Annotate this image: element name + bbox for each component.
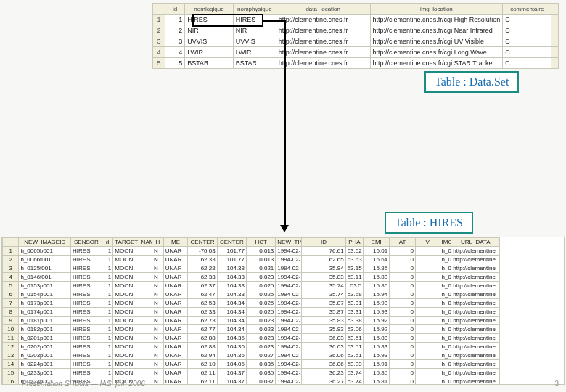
cell: 0 (390, 377, 416, 385)
cell: h_0174p001 (19, 308, 71, 317)
cell: 15.91 (364, 360, 390, 369)
cell: 15.85 (364, 369, 390, 377)
cell: 0 (390, 308, 416, 317)
cell: 104.36 (217, 334, 246, 343)
cell: N (152, 377, 164, 385)
cell: 53.83 (345, 360, 364, 369)
cell: 1 (102, 317, 113, 325)
cell (415, 343, 440, 351)
cell: h_0145p001 (440, 264, 451, 273)
end-cell (551, 47, 559, 58)
cell: 0.025 (247, 299, 276, 308)
cell: h_0173p001 (440, 299, 451, 308)
cell: 35.84 (302, 264, 345, 273)
hires-table-wrap: NEW_IMAGEIDSENSORdTARGET_NAMHMECENTERCEN… (1, 237, 565, 385)
cell (415, 369, 440, 377)
cell: 104.33 (217, 273, 246, 282)
end-cell (551, 25, 559, 36)
hires-col-14: AT (390, 238, 416, 247)
img-location-cell: http://clementine.cnes.fr/cgi Long Wave (370, 47, 503, 58)
cell: 0.025 (247, 290, 276, 299)
cell: 15.93 (364, 299, 390, 308)
cell: 15.81 (364, 377, 390, 385)
cell: 1994-02-19 (276, 247, 302, 256)
cell: h_0233p001 (19, 369, 71, 377)
hires-col-5: H (152, 238, 164, 247)
rownum-cell: 7 (3, 299, 19, 308)
table-row: 11h_0201p001HIRES1MOONNUNAR62.88104.360.… (3, 334, 564, 343)
cell: http://clementine (451, 343, 500, 351)
cell: HIRES (71, 273, 102, 282)
cell: 104.33 (217, 290, 246, 299)
rownum-cell: 9 (3, 317, 19, 325)
cell: 36.06 (302, 351, 345, 360)
cell: 62.73 (188, 317, 217, 325)
cell: HIRES (71, 299, 102, 308)
cell: h_0224p001 (440, 360, 451, 369)
cell: h_0202p001 (19, 343, 71, 351)
cell: 104.34 (217, 308, 246, 317)
cell: HIRES (71, 360, 102, 369)
cell (415, 247, 440, 256)
rownum-cell: 1 (153, 15, 165, 25)
cell: h_0153p001 (19, 282, 71, 290)
cell: 15.92 (364, 317, 390, 325)
cell: N (152, 317, 164, 325)
cell: 0.027 (247, 351, 276, 360)
cell: http://clementine (451, 334, 500, 343)
rownum-cell: 15 (3, 369, 19, 377)
cell: 35.83 (302, 273, 345, 282)
cell: 1994-02-19 (276, 299, 302, 308)
cell: 53.11 (345, 273, 364, 282)
cell: MOON (113, 317, 152, 325)
footer-page-number: 3 (554, 380, 559, 388)
id-cell: 5 (165, 58, 185, 69)
cell: 0 (390, 343, 416, 351)
hires-col-2: SENSOR (71, 238, 102, 247)
data-location-cell: http://clementine.cnes.fr (276, 15, 370, 25)
cell: 0.025 (247, 308, 276, 317)
data-location-cell: http://clementine.cnes.fr (276, 36, 370, 47)
cell: http://clementine (451, 299, 500, 308)
cell: 36.03 (302, 334, 345, 343)
cell: HIRES (71, 290, 102, 299)
hires-col-16: IMG_DATA (440, 238, 451, 247)
cell: 36.03 (302, 343, 345, 351)
cell: h_0154p001 (19, 290, 71, 299)
cell: N (152, 256, 164, 264)
rownum-cell: 5 (153, 58, 165, 69)
img-location-cell: http://clementine.cnes.fr/cgi STAR Track… (370, 58, 503, 69)
cell: -76.03 (188, 247, 217, 256)
data-location-cell: http://clementine.cnes.fr (276, 58, 370, 69)
cell: 0 (390, 334, 416, 343)
cell: HIRES (71, 256, 102, 264)
cell: 16.64 (364, 256, 390, 264)
dataset-header-row: id nomlogique nomphysique data_location … (153, 4, 559, 15)
id-cell: 3 (165, 36, 185, 47)
hires-col-1: NEW_IMAGEID (19, 238, 71, 247)
cell: http://clementine (451, 282, 500, 290)
cell: 1 (102, 343, 113, 351)
cell: h_0174p001 (440, 308, 451, 317)
cell: HIRES (71, 334, 102, 343)
nomphysique-cell: LWIR (233, 47, 276, 58)
cell: h_0203p001 (19, 351, 71, 360)
cell: 1 (102, 369, 113, 377)
cell (415, 377, 440, 385)
cell: 15.83 (364, 343, 390, 351)
cell: 1994-02-19 (276, 308, 302, 317)
cell: 1 (102, 290, 113, 299)
cell: 1 (102, 360, 113, 369)
cell: HIRES (71, 351, 102, 360)
end-cell (551, 36, 559, 47)
cell: N (152, 325, 164, 334)
cell: h_0201p001 (440, 334, 451, 343)
table-row: 2h_0066f001HIRES1MOONNUNAR62.33101.770.0… (3, 256, 564, 264)
cell: 53.74 (345, 369, 364, 377)
cell (415, 351, 440, 360)
cell: h_0154p001 (440, 290, 451, 299)
cell: 0 (390, 360, 416, 369)
cell: h_0181p001 (440, 317, 451, 325)
cell: MOON (113, 369, 152, 377)
cell: 104.38 (217, 264, 246, 273)
